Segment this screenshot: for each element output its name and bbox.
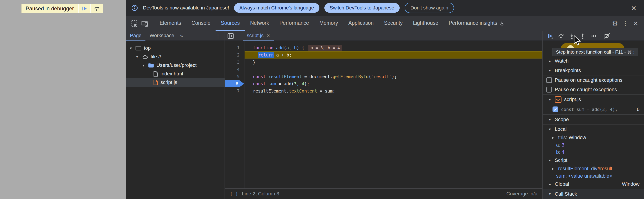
- code-line-5[interactable]: const resultElement = document. getEleme…: [245, 73, 542, 80]
- code-line-1[interactable]: function add ( a , b ) { a = 3, b = 4: [245, 44, 542, 51]
- navigator-tab-page[interactable]: Page: [126, 31, 146, 41]
- collapse-icon[interactable]: ▾: [548, 117, 552, 122]
- collapse-icon[interactable]: ▾: [548, 97, 552, 102]
- line-number[interactable]: 7: [225, 87, 240, 95]
- scope-local-group[interactable]: ▾ Local: [542, 125, 644, 134]
- editor-tab-script-js[interactable]: script.js ×: [243, 31, 274, 41]
- scope-resultelement-row[interactable]: ▸ resultElement: div#result: [542, 165, 644, 172]
- code-line-4[interactable]: [245, 66, 542, 73]
- tab-console[interactable]: Console: [186, 16, 216, 31]
- resume-icon: [81, 6, 88, 12]
- debugger-sidebar: ▸ Watch ▾ Breakpoints Pause on uncaught …: [542, 31, 644, 199]
- watch-section-header[interactable]: ▸ Watch: [542, 56, 644, 66]
- cloud-icon: [142, 54, 148, 59]
- navigator-kebab-icon[interactable]: ⋮: [212, 31, 224, 41]
- collapse-icon[interactable]: ▾: [135, 55, 139, 59]
- line-number[interactable]: 3: [225, 59, 240, 66]
- tab-performance-insights[interactable]: Performance insights: [444, 16, 510, 31]
- tab-lighthouse[interactable]: Lighthouse: [408, 16, 444, 31]
- scope-b-row[interactable]: b: 4: [542, 149, 644, 156]
- infobar-message: DevTools is now available in Japanese!: [143, 5, 229, 11]
- tab-memory[interactable]: Memory: [314, 16, 343, 31]
- tree-item-top[interactable]: ▾ top: [126, 44, 224, 53]
- collapse-icon[interactable]: ▾: [548, 127, 552, 132]
- dont-show-again-button[interactable]: Don't show again: [404, 3, 454, 13]
- pause-caught-checkbox[interactable]: [546, 87, 552, 93]
- line-number[interactable]: 1: [225, 44, 240, 51]
- tree-item-index-html[interactable]: index.html: [126, 70, 224, 78]
- code-line-7[interactable]: resultElement. textContent = sum;: [245, 87, 542, 95]
- tree-item-script-js[interactable]: script.js: [126, 78, 224, 87]
- close-tab-icon[interactable]: ×: [267, 33, 270, 39]
- scope-section-header[interactable]: ▾ Scope: [542, 115, 644, 124]
- tab-application[interactable]: Application: [343, 16, 379, 31]
- toolbar-separator: [152, 20, 152, 28]
- switch-to-japanese-button[interactable]: Switch DevTools to Japanese: [324, 3, 400, 13]
- scope-a-row[interactable]: a: 3: [542, 141, 644, 149]
- code-line-2-paused[interactable]: return a + b;: [244, 51, 542, 59]
- toolbar-right-controls: ⚙ ⋮ ✕: [604, 16, 644, 31]
- collapse-navigator-icon[interactable]: [225, 31, 236, 41]
- resume-script-button[interactable]: [79, 4, 90, 13]
- infobar-close-icon[interactable]: ✕: [629, 3, 638, 13]
- tab-network[interactable]: Network: [245, 16, 274, 31]
- pretty-print-icon[interactable]: { }: [230, 191, 238, 196]
- tab-security[interactable]: Security: [379, 16, 408, 31]
- line-number[interactable]: 2: [225, 51, 240, 59]
- scope-sum-row[interactable]: sum: <value unavailable>: [542, 172, 644, 180]
- file-tree: ▾ top ▾ file:// ▾: [126, 41, 224, 87]
- breakpoint-marker[interactable]: 6: [225, 80, 244, 87]
- paused-banner-text: Paused in debugger: [26, 6, 74, 12]
- pause-caught-exceptions-row[interactable]: Pause on caught exceptions: [542, 85, 644, 94]
- devtools-close-icon[interactable]: ✕: [630, 19, 641, 29]
- deactivate-breakpoints-icon[interactable]: [602, 31, 612, 41]
- collapse-icon[interactable]: ▾: [548, 191, 552, 196]
- expand-icon[interactable]: ▸: [548, 182, 552, 187]
- expand-icon[interactable]: ▸: [548, 59, 552, 64]
- tab-elements[interactable]: Elements: [154, 16, 186, 31]
- scope-this-row[interactable]: ▸ this: Window: [542, 134, 644, 141]
- expand-icon[interactable]: ▸: [551, 135, 556, 140]
- editor-pane: script.js × 1 2 3 4 5 6 7 function add (: [225, 31, 542, 199]
- code-line-3[interactable]: }: [245, 59, 542, 66]
- debugger-toolbar: [542, 31, 644, 41]
- breakpoint-file-group[interactable]: ▾ <> script.js: [542, 95, 644, 104]
- collapse-icon[interactable]: ▾: [548, 158, 552, 163]
- tab-sources[interactable]: Sources: [216, 16, 245, 31]
- pause-uncaught-checkbox[interactable]: [546, 77, 552, 83]
- kebab-menu-icon[interactable]: ⋮: [620, 19, 630, 29]
- breakpoint-entry[interactable]: ✓ const sum = add(3, 4); 6: [542, 104, 644, 114]
- settings-gear-icon[interactable]: ⚙: [610, 19, 620, 29]
- line-number[interactable]: 5: [225, 73, 240, 80]
- collapse-icon[interactable]: ▾: [548, 68, 552, 73]
- navigator-tab-workspace[interactable]: Workspace: [146, 31, 178, 41]
- code-editor[interactable]: 1 2 3 4 5 6 7 function add ( a , b ) { a…: [225, 41, 542, 188]
- tab-performance[interactable]: Performance: [274, 16, 314, 31]
- step-over-banner-button[interactable]: [91, 4, 103, 13]
- call-stack-section-header[interactable]: ▾ Call Stack: [542, 189, 644, 199]
- frame-icon: [135, 46, 142, 51]
- scope-global-group[interactable]: ▸ Global Window: [542, 180, 644, 189]
- tree-item-project-folder[interactable]: ▾ Users/user/project: [126, 61, 224, 70]
- device-toolbar-icon[interactable]: [139, 16, 150, 31]
- breakpoint-enabled-checkbox[interactable]: ✓: [552, 106, 558, 112]
- breakpoints-section-header[interactable]: ▾ Breakpoints: [542, 66, 644, 75]
- step-over-next-call-icon[interactable]: [556, 31, 566, 41]
- line-number[interactable]: 4: [225, 66, 240, 73]
- expand-icon[interactable]: ▸: [551, 166, 556, 171]
- code-line-6[interactable]: const sum = add( 3 , 4 );: [245, 80, 542, 87]
- inspect-element-icon[interactable]: [129, 16, 139, 31]
- collapse-icon[interactable]: ▾: [128, 46, 133, 51]
- more-tabs-icon[interactable]: »: [178, 31, 185, 41]
- step-over-icon: [94, 6, 100, 12]
- pause-uncaught-exceptions-row[interactable]: Pause on uncaught exceptions: [542, 75, 644, 85]
- folder-icon: [148, 63, 154, 68]
- breakpoint-line-number: 6: [637, 106, 644, 112]
- resume-script-execution-icon[interactable]: [545, 31, 556, 41]
- collapse-icon[interactable]: ▾: [141, 63, 146, 68]
- tree-item-file-origin[interactable]: ▾ file://: [126, 53, 224, 61]
- scope-script-group[interactable]: ▾ Script: [542, 156, 644, 165]
- info-icon: [131, 5, 138, 11]
- always-match-language-button[interactable]: Always match Chrome's language: [234, 3, 320, 13]
- step-icon[interactable]: [588, 31, 599, 41]
